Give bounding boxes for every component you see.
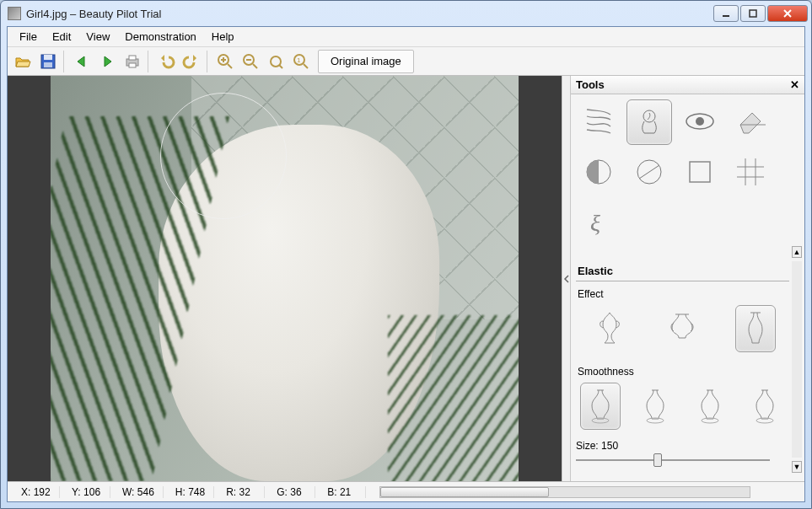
panel-splitter[interactable] [562,76,570,481]
close-button[interactable] [767,5,808,22]
menu-edit[interactable]: Edit [46,29,78,45]
minimize-button[interactable] [713,5,739,22]
original-image-label: Original image [331,55,401,67]
crop-grid-tool[interactable] [728,150,773,196]
rectangle-tool[interactable] [677,150,723,196]
redo-button[interactable] [180,50,203,73]
zoom-in-button[interactable] [213,50,237,73]
eraser-tool[interactable] [728,99,773,145]
zoom-out-button[interactable] [239,50,262,73]
status-b: 21 [340,486,351,498]
zoom-in-icon [216,52,234,71]
tools-panel-close-button[interactable]: ✕ [790,78,799,91]
image-canvas[interactable] [51,76,519,481]
size-slider-thumb[interactable] [653,453,662,467]
status-h: 748 [188,486,205,498]
eye-tool-tool[interactable] [677,99,723,145]
svg-point-34 [592,418,609,423]
undo-icon [157,52,175,71]
ornate-vase-option[interactable] [589,305,630,352]
hscroll-thumb[interactable] [380,487,549,497]
menu-help[interactable]: Help [205,29,241,45]
zoom-fit-button[interactable] [264,50,288,73]
size-label: Size: [576,440,599,452]
svg-rect-7 [126,59,138,66]
save-button[interactable] [36,50,60,73]
close-icon [782,8,793,19]
svg-rect-5 [44,55,52,60]
status-r: 32 [239,486,250,498]
open-icon [13,52,32,71]
app-icon [8,7,21,20]
svg-point-23 [686,114,713,129]
tall-vase-option[interactable] [735,305,776,352]
svg-line-2 [784,10,791,17]
open-button[interactable] [11,50,35,73]
zoom-actual-button[interactable]: 1 [289,50,313,73]
contrast-circle-icon [582,155,616,191]
svg-rect-1 [750,10,756,17]
scroll-up-icon[interactable]: ▲ [792,246,802,258]
panel-scrollbar[interactable]: ▲ ▼ [791,246,803,473]
svg-rect-9 [129,63,136,67]
size-slider[interactable] [576,453,770,467]
svg-point-36 [702,418,718,423]
xi-icon: ξ [582,206,616,242]
minimize-icon [721,8,731,19]
smooth-vase-4-option[interactable] [745,383,785,430]
contrast-circle-tool[interactable] [576,150,621,196]
menu-view[interactable]: View [79,29,116,45]
smooth-vase-1-option[interactable] [580,383,621,430]
titlebar[interactable]: Girl4.jpg – Beauty Pilot Trial [1,1,811,26]
status-x: 192 [34,486,51,498]
svg-line-20 [304,64,308,68]
svg-point-35 [647,418,664,423]
xi-tool[interactable]: ξ [576,201,621,246]
hair-tool-icon [582,104,616,141]
crop-grid-icon [734,155,767,191]
undo-button[interactable] [154,50,178,73]
menu-file[interactable]: File [13,29,44,45]
svg-rect-4 [41,55,55,68]
original-image-button[interactable]: Original image [318,50,414,73]
menu-demonstration[interactable]: Demonstration [118,29,203,45]
svg-line-3 [784,10,791,17]
statusbar: X: 192 Y: 106 W: 546 H: 748 R: 32 G: 36 … [8,481,804,501]
maximize-button[interactable] [740,5,766,22]
smooth-vase-2-option[interactable] [635,383,675,430]
svg-rect-28 [690,162,710,182]
svg-point-14 [244,55,254,65]
elastic-tool-tool[interactable] [626,99,672,145]
smooth-vase-3-icon [695,385,725,428]
forward-button[interactable] [95,50,119,73]
status-w: 546 [137,486,154,498]
svg-point-24 [696,117,704,126]
smooth-vase-4-icon [750,385,780,428]
print-button[interactable] [121,50,144,73]
toolbar: 1 Original image [8,47,804,76]
app-window: Girl4.jpg – Beauty Pilot Trial File Edit… [0,0,812,509]
tools-panel-title: Tools [576,78,605,91]
back-button[interactable] [70,50,94,73]
line-circle-tool[interactable] [626,150,672,196]
canvas-area[interactable] [8,76,562,481]
smooth-vase-1-icon [585,385,616,428]
svg-point-26 [637,160,661,184]
window-title: Girl4.jpg – Beauty Pilot Trial [26,8,712,20]
status-g: 36 [290,486,301,498]
smooth-vase-3-option[interactable] [690,383,730,430]
svg-line-27 [639,165,659,179]
redo-icon [182,52,201,71]
horizontal-scrollbar[interactable] [379,486,750,498]
maximize-icon [748,8,758,19]
zoom-out-icon [241,52,260,71]
wide-vase-option[interactable] [662,305,702,352]
svg-point-37 [756,418,773,423]
rectangle-icon [683,155,717,191]
hair-tool-tool[interactable] [576,99,621,145]
svg-text:ξ: ξ [590,210,600,236]
print-icon [123,52,142,71]
scroll-down-icon[interactable]: ▼ [792,461,802,473]
eraser-icon [734,104,767,141]
ornate-vase-icon [594,308,625,351]
